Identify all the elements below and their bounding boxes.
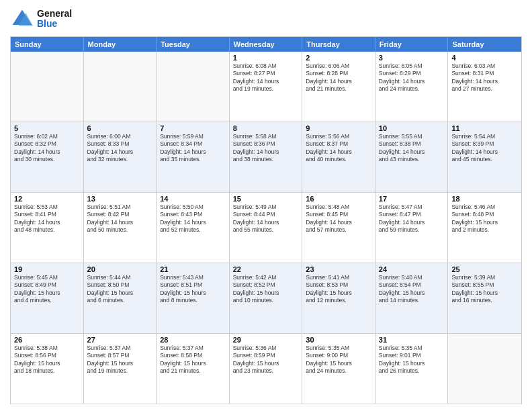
day-number: 20 — [87, 265, 153, 273]
day-number: 9 — [306, 124, 371, 132]
page: General Blue SundayMondayTuesdayWednesda… — [0, 0, 532, 411]
cell-info: Sunrise: 5:51 AM Sunset: 8:42 PM Dayligh… — [87, 203, 153, 234]
cell-info: Sunrise: 5:37 AM Sunset: 8:58 PM Dayligh… — [160, 345, 226, 375]
day-number: 5 — [14, 124, 80, 132]
day-number: 21 — [160, 265, 226, 273]
day-number: 10 — [379, 124, 445, 132]
cell-info: Sunrise: 5:48 AM Sunset: 8:45 PM Dayligh… — [306, 203, 371, 234]
cell-info: Sunrise: 5:36 AM Sunset: 8:59 PM Dayligh… — [233, 345, 299, 375]
cell-info: Sunrise: 5:35 AM Sunset: 9:00 PM Dayligh… — [306, 345, 371, 375]
calendar-header-monday: Monday — [84, 37, 157, 52]
calendar-cell-27: 27Sunrise: 5:37 AM Sunset: 8:57 PM Dayli… — [84, 334, 157, 404]
calendar-cell-20: 20Sunrise: 5:44 AM Sunset: 8:50 PM Dayli… — [84, 263, 157, 333]
cell-info: Sunrise: 6:06 AM Sunset: 8:28 PM Dayligh… — [306, 62, 371, 93]
day-number: 26 — [14, 336, 80, 344]
header: General Blue — [10, 7, 522, 31]
cell-info: Sunrise: 5:39 AM Sunset: 8:55 PM Dayligh… — [451, 274, 518, 305]
calendar-cell-empty — [157, 52, 230, 122]
calendar-header-tuesday: Tuesday — [157, 37, 230, 52]
cell-info: Sunrise: 5:41 AM Sunset: 8:53 PM Dayligh… — [306, 274, 371, 305]
day-number: 17 — [379, 195, 445, 203]
calendar-cell-26: 26Sunrise: 5:38 AM Sunset: 8:56 PM Dayli… — [11, 334, 84, 404]
calendar-cell-22: 22Sunrise: 5:42 AM Sunset: 8:52 PM Dayli… — [230, 263, 303, 333]
day-number: 30 — [306, 336, 371, 344]
calendar-cell-4: 4Sunrise: 6:03 AM Sunset: 8:31 PM Daylig… — [448, 52, 521, 122]
cell-info: Sunrise: 5:49 AM Sunset: 8:44 PM Dayligh… — [233, 203, 299, 234]
calendar-row-3: 12Sunrise: 5:53 AM Sunset: 8:41 PM Dayli… — [11, 192, 521, 263]
calendar-row-4: 19Sunrise: 5:45 AM Sunset: 8:49 PM Dayli… — [11, 263, 521, 333]
cell-info: Sunrise: 5:37 AM Sunset: 8:57 PM Dayligh… — [87, 345, 153, 375]
cell-info: Sunrise: 6:00 AM Sunset: 8:33 PM Dayligh… — [87, 133, 153, 164]
day-number: 1 — [233, 54, 299, 62]
cell-info: Sunrise: 5:59 AM Sunset: 8:34 PM Dayligh… — [160, 133, 226, 164]
calendar-cell-10: 10Sunrise: 5:55 AM Sunset: 8:38 PM Dayli… — [375, 122, 449, 192]
day-number: 25 — [451, 265, 518, 273]
calendar-cell-9: 9Sunrise: 5:56 AM Sunset: 8:37 PM Daylig… — [302, 122, 375, 192]
logo: General Blue — [10, 7, 72, 31]
calendar-cell-29: 29Sunrise: 5:36 AM Sunset: 8:59 PM Dayli… — [230, 334, 303, 404]
calendar-row-5: 26Sunrise: 5:38 AM Sunset: 8:56 PM Dayli… — [11, 333, 521, 404]
calendar-cell-2: 2Sunrise: 6:06 AM Sunset: 8:28 PM Daylig… — [302, 52, 375, 122]
logo-blue: Blue — [37, 18, 57, 29]
cell-info: Sunrise: 5:45 AM Sunset: 8:49 PM Dayligh… — [14, 274, 80, 305]
calendar-cell-5: 5Sunrise: 6:02 AM Sunset: 8:32 PM Daylig… — [11, 122, 84, 192]
cell-info: Sunrise: 5:58 AM Sunset: 8:36 PM Dayligh… — [233, 133, 299, 164]
cell-info: Sunrise: 5:35 AM Sunset: 9:01 PM Dayligh… — [379, 345, 445, 375]
calendar-cell-6: 6Sunrise: 6:00 AM Sunset: 8:33 PM Daylig… — [84, 122, 157, 192]
calendar-cell-23: 23Sunrise: 5:41 AM Sunset: 8:53 PM Dayli… — [302, 263, 375, 333]
day-number: 29 — [233, 336, 299, 344]
calendar-cell-16: 16Sunrise: 5:48 AM Sunset: 8:45 PM Dayli… — [302, 193, 375, 263]
day-number: 6 — [87, 124, 153, 132]
day-number: 28 — [160, 336, 226, 344]
calendar-cell-11: 11Sunrise: 5:54 AM Sunset: 8:39 PM Dayli… — [448, 122, 521, 192]
calendar: SundayMondayTuesdayWednesdayThursdayFrid… — [10, 36, 522, 404]
day-number: 18 — [451, 195, 518, 203]
calendar-cell-13: 13Sunrise: 5:51 AM Sunset: 8:42 PM Dayli… — [84, 193, 157, 263]
calendar-cell-31: 31Sunrise: 5:35 AM Sunset: 9:01 PM Dayli… — [375, 334, 449, 404]
calendar-row-1: 1Sunrise: 6:08 AM Sunset: 8:27 PM Daylig… — [11, 52, 521, 122]
calendar-cell-1: 1Sunrise: 6:08 AM Sunset: 8:27 PM Daylig… — [230, 52, 303, 122]
calendar-cell-25: 25Sunrise: 5:39 AM Sunset: 8:55 PM Dayli… — [448, 263, 521, 333]
day-number: 2 — [306, 54, 371, 62]
cell-info: Sunrise: 5:44 AM Sunset: 8:50 PM Dayligh… — [87, 274, 153, 305]
day-number: 13 — [87, 195, 153, 203]
calendar-cell-empty — [84, 52, 157, 122]
day-number: 22 — [233, 265, 299, 273]
day-number: 12 — [14, 195, 80, 203]
day-number: 19 — [14, 265, 80, 273]
calendar-cell-21: 21Sunrise: 5:43 AM Sunset: 8:51 PM Dayli… — [157, 263, 230, 333]
calendar-cell-14: 14Sunrise: 5:50 AM Sunset: 8:43 PM Dayli… — [157, 193, 230, 263]
cell-info: Sunrise: 5:53 AM Sunset: 8:41 PM Dayligh… — [14, 203, 80, 234]
day-number: 7 — [160, 124, 226, 132]
calendar-cell-28: 28Sunrise: 5:37 AM Sunset: 8:58 PM Dayli… — [157, 334, 230, 404]
day-number: 24 — [379, 265, 445, 273]
calendar-cell-30: 30Sunrise: 5:35 AM Sunset: 9:00 PM Dayli… — [302, 334, 375, 404]
day-number: 3 — [379, 54, 445, 62]
cell-info: Sunrise: 5:42 AM Sunset: 8:52 PM Dayligh… — [233, 274, 299, 305]
day-number: 11 — [451, 124, 518, 132]
calendar-cell-empty — [11, 52, 84, 122]
calendar-cell-24: 24Sunrise: 5:40 AM Sunset: 8:54 PM Dayli… — [375, 263, 449, 333]
logo-text: General Blue — [37, 9, 72, 30]
calendar-cell-3: 3Sunrise: 6:05 AM Sunset: 8:29 PM Daylig… — [375, 52, 449, 122]
calendar-cell-18: 18Sunrise: 5:46 AM Sunset: 8:48 PM Dayli… — [448, 193, 521, 263]
cell-info: Sunrise: 6:03 AM Sunset: 8:31 PM Dayligh… — [451, 62, 518, 93]
cell-info: Sunrise: 5:40 AM Sunset: 8:54 PM Dayligh… — [379, 274, 445, 305]
calendar-row-2: 5Sunrise: 6:02 AM Sunset: 8:32 PM Daylig… — [11, 122, 521, 192]
logo-icon — [10, 7, 34, 31]
day-number: 27 — [87, 336, 153, 344]
calendar-cell-empty — [448, 334, 521, 404]
calendar-header-thursday: Thursday — [302, 37, 375, 52]
calendar-cell-12: 12Sunrise: 5:53 AM Sunset: 8:41 PM Dayli… — [11, 193, 84, 263]
calendar-header-friday: Friday — [375, 37, 449, 52]
cell-info: Sunrise: 6:02 AM Sunset: 8:32 PM Dayligh… — [14, 133, 80, 164]
day-number: 15 — [233, 195, 299, 203]
day-number: 16 — [306, 195, 371, 203]
calendar-cell-8: 8Sunrise: 5:58 AM Sunset: 8:36 PM Daylig… — [230, 122, 303, 192]
calendar-cell-19: 19Sunrise: 5:45 AM Sunset: 8:49 PM Dayli… — [11, 263, 84, 333]
cell-info: Sunrise: 6:08 AM Sunset: 8:27 PM Dayligh… — [233, 62, 299, 93]
calendar-cell-17: 17Sunrise: 5:47 AM Sunset: 8:47 PM Dayli… — [375, 193, 449, 263]
day-number: 14 — [160, 195, 226, 203]
calendar-header-sunday: Sunday — [11, 37, 84, 52]
day-number: 4 — [451, 54, 518, 62]
